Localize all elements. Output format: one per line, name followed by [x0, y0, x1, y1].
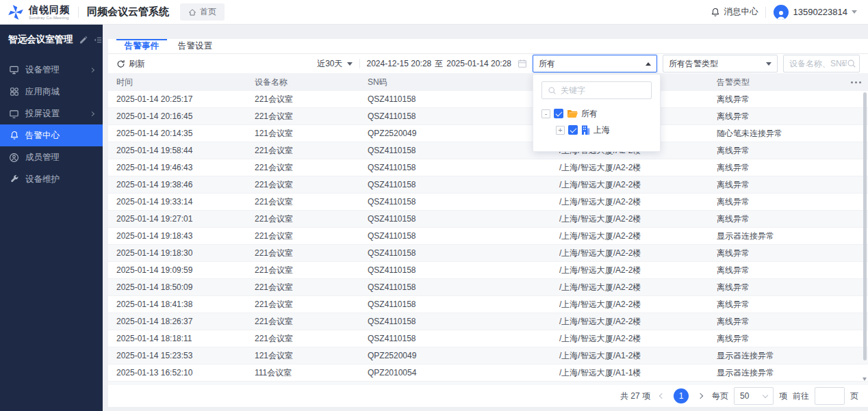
scrollbar-down-arrow-icon[interactable] — [863, 377, 867, 381]
cell-sn: QSZ4110158 — [359, 197, 551, 207]
cell-time: 2025-01-14 19:46:43 — [108, 163, 246, 172]
account-menu[interactable]: 13590223814 — [774, 5, 857, 20]
cast-icon — [9, 109, 19, 119]
sidebar-item-member-management[interactable]: 成员管理 — [0, 146, 103, 168]
brand-name: 信锐同频 — [29, 5, 70, 14]
cell-device-name: 221会议室 — [246, 316, 359, 328]
cell-alarm-type: 离线异常 — [709, 213, 840, 225]
pagination: 共 27 项 1 每页 50 项 前往 页 — [108, 385, 868, 407]
group-tree: - 所有 + — [541, 105, 652, 138]
tab-alarm-events[interactable]: 告警事件 — [115, 39, 168, 53]
cell-sn: QSZ4110158 — [359, 214, 551, 224]
refresh-icon — [116, 59, 125, 68]
caret-down-icon — [347, 62, 353, 66]
total-count: 共 27 项 — [620, 390, 650, 402]
table-row: 2025-01-14 19:58:44 221会议室 QSZ4110158 /上… — [108, 142, 868, 159]
date-range-picker[interactable]: 2024-12-15 20:28 至 2025-01-14 20:28 — [367, 58, 528, 70]
search-icon — [548, 86, 557, 95]
cell-sn: QSZ4110158 — [359, 180, 551, 189]
prev-page-button[interactable] — [656, 390, 668, 402]
cell-device-name: 221会议室 — [246, 162, 359, 174]
cell-device-name: 221会议室 — [246, 248, 359, 259]
refresh-button[interactable]: 刷新 — [116, 58, 145, 70]
time-preset-select[interactable]: 近30天 — [317, 58, 352, 70]
cell-location: /上海/智远大厦/A1-1楼 — [551, 367, 709, 379]
cell-sn: QSZ4110158 — [359, 248, 551, 258]
device-search — [783, 55, 860, 72]
cell-time: 2025-01-13 16:52:10 — [108, 368, 246, 377]
divider — [78, 7, 79, 18]
column-header-alarm-type: 告警类型 — [709, 77, 840, 88]
sidebar-item-device-management[interactable]: 设备管理 — [0, 59, 103, 81]
tree-node-shanghai[interactable]: + 上海 — [541, 122, 652, 138]
tree-search-input[interactable] — [561, 85, 643, 95]
search-icon[interactable] — [847, 59, 856, 68]
brand-tagline: Sundray Co-Meeting — [29, 16, 70, 20]
chevron-left-icon — [659, 393, 665, 399]
divider — [765, 7, 766, 18]
checkbox-checked[interactable] — [554, 109, 563, 118]
cell-location: /上海/智远大厦/A2-2楼 — [551, 265, 709, 276]
cell-time: 2025-01-14 20:14:35 — [108, 129, 246, 138]
table-body: 2025-01-14 20:25:17 221会议室 QSZ4110158 /上… — [108, 91, 868, 385]
cell-device-name: 221会议室 — [246, 145, 359, 157]
cell-location: /上海/智远大厦/A2-2楼 — [551, 230, 709, 242]
device-search-input[interactable] — [789, 59, 847, 68]
table-row: 2025-01-14 18:26:37 221会议室 QSZ4110158 /上… — [108, 313, 868, 330]
table-row: 2025-01-14 20:16:45 221会议室 QSZ4110158 /上… — [108, 108, 868, 125]
more-icon — [855, 81, 857, 83]
home-icon — [188, 8, 196, 16]
goto-page-input[interactable] — [815, 387, 845, 405]
chevron-down-icon — [763, 392, 768, 397]
table-row: 2025-01-14 19:38:46 221会议室 QSZ4110158 /上… — [108, 176, 868, 194]
topbar-right: 消息中心 13590223814 — [711, 5, 857, 20]
per-page-select[interactable]: 50 — [734, 387, 774, 405]
tree-node-all[interactable]: - 所有 — [541, 105, 652, 122]
sidebar-item-app-store[interactable]: 应用商城 — [0, 81, 103, 103]
cell-time: 2025-01-14 18:26:37 — [108, 317, 246, 326]
per-page-value: 50 — [740, 391, 759, 401]
sidebar-item-device-maintenance[interactable]: 设备维护 — [0, 168, 103, 190]
checkbox-checked[interactable] — [568, 125, 578, 135]
cell-time: 2025-01-14 19:58:44 — [108, 146, 246, 155]
cell-location: /上海/智远大厦/A2-2楼 — [551, 162, 709, 174]
sidebar-item-alarm-center[interactable]: 告警中心 — [0, 124, 103, 146]
vertical-scrollbar[interactable] — [863, 92, 867, 382]
cell-location: /上海/智远大厦/A2-2楼 — [551, 282, 709, 293]
page-1-button[interactable]: 1 — [674, 388, 689, 403]
sidebar-item-cast-settings[interactable]: 投屏设置 — [0, 103, 103, 124]
home-tab[interactable]: 首页 — [180, 3, 225, 21]
edit-icon[interactable] — [79, 36, 88, 44]
wrench-icon — [9, 174, 19, 184]
message-center-button[interactable]: 消息中心 — [711, 6, 758, 18]
goto-unit: 页 — [850, 390, 858, 402]
caret-up-icon — [646, 62, 651, 66]
cell-alarm-type: 随心笔未连接异常 — [709, 128, 840, 140]
group-filter-select[interactable]: 所有 - — [533, 55, 657, 72]
cell-location: /上海/智远大厦/A2-2楼 — [551, 333, 709, 345]
tree-search — [541, 81, 652, 99]
cell-alarm-type: 离线异常 — [709, 196, 840, 208]
sidebar-item-label: 投屏设置 — [25, 108, 60, 120]
table-row: 2025-01-14 18:50:09 221会议室 QSZ4110158 /上… — [108, 279, 868, 296]
cell-alarm-type: 离线异常 — [709, 299, 840, 310]
cell-device-name: 121会议室 — [246, 350, 359, 362]
column-settings-button[interactable] — [840, 81, 868, 83]
tab-alarm-settings[interactable]: 告警设置 — [168, 39, 222, 53]
alarm-type-filter-select[interactable]: 所有告警类型 — [663, 55, 778, 72]
cell-sn: QSZ4110158 — [359, 163, 551, 172]
time-preset-value: 近30天 — [317, 58, 342, 70]
cell-device-name: 221会议室 — [246, 282, 359, 293]
scrollbar-thumb[interactable] — [863, 92, 867, 360]
cell-device-name: 121会议室 — [246, 128, 359, 140]
collapse-sidebar-icon[interactable] — [93, 36, 103, 44]
date-separator: 至 — [435, 58, 443, 70]
cell-device-name: 221会议室 — [246, 179, 359, 191]
cell-alarm-type: 离线异常 — [709, 179, 840, 191]
brand-logo-icon — [7, 3, 25, 21]
expand-node-icon[interactable]: + — [556, 126, 565, 135]
collapse-node-icon[interactable]: - — [541, 109, 550, 118]
cell-device-name: 221会议室 — [246, 213, 359, 225]
cell-device-name: 221会议室 — [246, 299, 359, 310]
next-page-button[interactable] — [694, 390, 706, 402]
